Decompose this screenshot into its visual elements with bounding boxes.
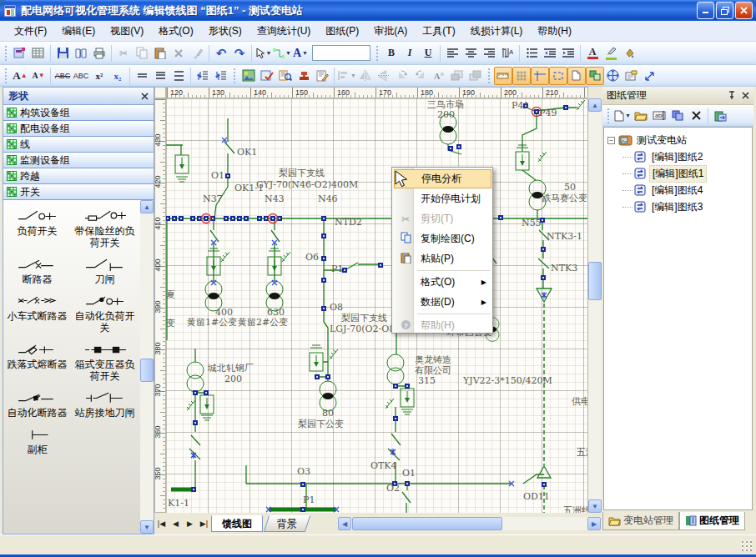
align-center-icon[interactable] bbox=[461, 44, 480, 63]
scroll-right-icon[interactable]: ▶ bbox=[587, 517, 601, 530]
format-painter-icon[interactable] bbox=[188, 44, 206, 63]
menu-item-help[interactable]: ?帮助(H) bbox=[394, 316, 491, 335]
increase-indent-icon[interactable] bbox=[559, 44, 577, 63]
print-preview-icon[interactable] bbox=[72, 44, 90, 63]
shape-item-10[interactable]: 副柜 bbox=[3, 424, 71, 455]
last-page-icon[interactable]: ▶| bbox=[197, 517, 211, 531]
first-page-icon[interactable]: |◀ bbox=[154, 517, 169, 531]
scroll-left-icon[interactable]: ◀ bbox=[338, 517, 351, 530]
vertical-text-icon[interactable]: A bbox=[498, 44, 517, 63]
toolbar-grip[interactable] bbox=[487, 68, 491, 84]
menu-item-copy-drawing[interactable]: 复制绘图(C) bbox=[394, 229, 491, 248]
drag-arrow-icon[interactable] bbox=[641, 67, 659, 85]
next-page-icon[interactable]: ▶ bbox=[183, 517, 197, 531]
category-2[interactable]: 线 bbox=[3, 137, 154, 153]
tree-item-1[interactable]: [编辑]图纸1 bbox=[622, 165, 752, 182]
menu-item-4[interactable]: 形状(S) bbox=[201, 22, 249, 41]
menu-item-2[interactable]: 视图(V) bbox=[103, 22, 151, 41]
copy-drawing-icon[interactable] bbox=[668, 107, 687, 125]
export-icon[interactable] bbox=[711, 107, 729, 125]
grow-font-icon[interactable]: A▲ bbox=[11, 67, 29, 85]
tab-background[interactable]: 背景 bbox=[264, 515, 310, 532]
scroll-up-icon[interactable]: ▲ bbox=[588, 98, 602, 112]
category-5[interactable]: 开关 bbox=[3, 184, 154, 200]
tab-substation-management[interactable]: 变电站管理 bbox=[602, 512, 679, 530]
menu-item-7[interactable]: 审批(A) bbox=[366, 22, 415, 41]
edit-note-icon[interactable] bbox=[313, 67, 331, 85]
text-tool-icon[interactable]: A▼ bbox=[291, 44, 310, 63]
tree-item-0[interactable]: [编辑]图纸2 bbox=[622, 148, 752, 165]
menu-item-10[interactable]: 帮助(H) bbox=[530, 22, 579, 41]
scrollbar-thumb[interactable] bbox=[140, 359, 154, 382]
shape-item-0[interactable]: 负荷开关 bbox=[3, 205, 71, 248]
shape-item-4[interactable]: 小车式断路器 bbox=[3, 290, 71, 334]
prev-page-icon[interactable]: ◀ bbox=[169, 517, 183, 531]
category-1[interactable]: 配电设备组 bbox=[3, 121, 154, 137]
layers-toggle-icon[interactable] bbox=[586, 67, 604, 85]
pin-icon[interactable] bbox=[728, 91, 737, 100]
rotate-right-icon[interactable] bbox=[411, 67, 430, 85]
shape-item-2[interactable]: 断路器 bbox=[3, 253, 71, 285]
redo-icon[interactable]: ↷ bbox=[230, 44, 249, 63]
decrease-indent-icon[interactable] bbox=[541, 44, 559, 63]
menu-item-3[interactable]: 格式(O) bbox=[151, 22, 200, 41]
fill-color-icon[interactable] bbox=[620, 44, 638, 63]
close-icon[interactable] bbox=[141, 93, 149, 100]
shapes-scrollbar[interactable]: ▲ ▼ bbox=[140, 200, 154, 534]
toolbar-grip[interactable] bbox=[233, 68, 237, 84]
close-icon[interactable] bbox=[742, 92, 749, 99]
small-caps-icon[interactable]: ABC bbox=[72, 67, 90, 85]
flip-horizontal-icon[interactable] bbox=[356, 67, 375, 85]
category-0[interactable]: 构筑设备组 bbox=[3, 105, 154, 121]
flip-vertical-icon[interactable] bbox=[375, 67, 393, 85]
menu-item-data[interactable]: 数据(D)▶ bbox=[394, 293, 491, 312]
menu-item-start-outage-plan[interactable]: 开始停电计划 bbox=[394, 189, 491, 208]
align-right-icon[interactable] bbox=[480, 44, 498, 63]
scrollbar-thumb[interactable] bbox=[352, 517, 502, 530]
tab-drawing-management[interactable]: 图纸管理 bbox=[679, 512, 745, 530]
shape-item-7[interactable]: 箱式变压器负荷开关 bbox=[71, 339, 139, 382]
superscript-icon[interactable]: x² bbox=[90, 67, 108, 85]
shape-item-5[interactable]: 自动化负荷开关 bbox=[71, 290, 139, 334]
toolbar-grip[interactable] bbox=[4, 45, 8, 62]
category-3[interactable]: 监测设备组 bbox=[3, 153, 154, 168]
menu-item-8[interactable]: 工具(T) bbox=[415, 22, 462, 41]
rotate-left-icon[interactable] bbox=[393, 67, 411, 85]
new-drawing-icon[interactable] bbox=[11, 44, 29, 63]
find-icon[interactable] bbox=[276, 67, 295, 85]
scroll-down-icon[interactable]: ▼ bbox=[588, 499, 602, 513]
copy-icon[interactable] bbox=[133, 44, 151, 63]
menu-item-paste[interactable]: 粘贴(P) bbox=[394, 249, 491, 268]
line-spacing-2-icon[interactable] bbox=[169, 67, 188, 85]
restore-button[interactable] bbox=[716, 2, 733, 19]
undo-icon[interactable]: ↶ bbox=[212, 44, 230, 63]
ruler-toggle-icon[interactable] bbox=[494, 67, 512, 85]
send-to-back-icon[interactable] bbox=[466, 67, 485, 85]
menu-item-1[interactable]: 编辑(E) bbox=[54, 22, 103, 41]
guides-toggle-icon[interactable] bbox=[531, 67, 549, 85]
align-shapes-icon[interactable]: ▼ bbox=[337, 67, 356, 85]
page-breaks-toggle-icon[interactable] bbox=[567, 67, 586, 85]
rename-icon[interactable]: abl bbox=[650, 107, 668, 125]
space-after-icon[interactable] bbox=[212, 67, 230, 85]
shape-item-8[interactable]: 自动化断路器 bbox=[3, 387, 71, 419]
space-before-icon[interactable] bbox=[194, 67, 212, 85]
paste-icon[interactable] bbox=[151, 44, 169, 63]
table-icon[interactable] bbox=[29, 44, 48, 63]
category-4[interactable]: 跨越 bbox=[3, 168, 154, 184]
print-icon[interactable] bbox=[90, 44, 108, 63]
new-drawing-icon[interactable]: ▼ bbox=[613, 107, 632, 125]
shape-item-9[interactable]: 站房接地刀闸 bbox=[71, 387, 139, 419]
shape-item-3[interactable]: 刀闸 bbox=[71, 253, 139, 285]
scroll-up-icon[interactable]: ▲ bbox=[140, 200, 154, 213]
tab-feeder-diagram[interactable]: 馈线图 bbox=[211, 515, 263, 532]
delete-drawing-icon[interactable] bbox=[687, 107, 705, 125]
align-left-icon[interactable] bbox=[443, 44, 461, 63]
open-drawing-icon[interactable] bbox=[632, 107, 650, 125]
close-button[interactable] bbox=[735, 2, 753, 19]
bold-icon[interactable]: B bbox=[382, 44, 401, 63]
cut-icon[interactable]: ✂ bbox=[114, 44, 133, 63]
menu-item-6[interactable]: 图纸(P) bbox=[318, 22, 366, 41]
tree-root-substation[interactable]: − 测试变电站 bbox=[604, 132, 752, 148]
toolbar-grip[interactable] bbox=[607, 108, 611, 124]
